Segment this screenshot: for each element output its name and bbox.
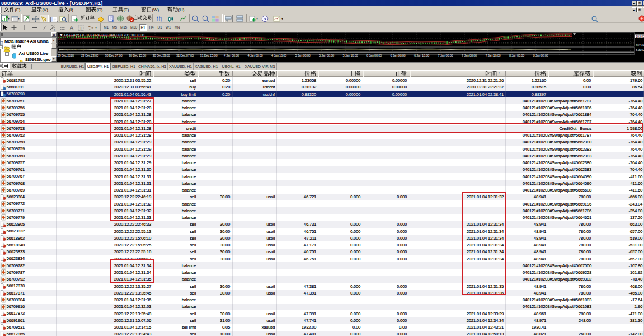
svg-text:8 Jan 08:00: 8 Jan 08:00 [533, 54, 548, 57]
svg-text:6 Jan 08:00: 6 Jan 08:00 [391, 54, 406, 57]
svg-text:4 Jan 00:00: 4 Jan 00:00 [224, 54, 239, 57]
svg-text:103.83: 103.83 [636, 35, 644, 38]
svg-text:5 Jan 08:00: 5 Jan 08:00 [319, 54, 334, 57]
svg-text:6 Jan 16:00: 6 Jan 16:00 [414, 54, 429, 57]
svg-text:T: T [79, 26, 82, 31]
svg-text:A: A [70, 25, 73, 31]
svg-text:30 Dec 15:00: 30 Dec 15:00 [129, 54, 146, 57]
svg-text:5 Jan 00:00: 5 Jan 00:00 [295, 54, 311, 57]
svg-text:7 Jan 00:00: 7 Jan 00:00 [438, 54, 453, 57]
svg-text:▼ USDJPY,H1 103.821 103.848 10: ▼ USDJPY,H1 103.821 103.848 103.781 103.… [59, 33, 145, 37]
svg-text:31 Dec 15:00: 31 Dec 15:00 [200, 54, 218, 57]
svg-text:31 Dec 07:00: 31 Dec 07:00 [176, 54, 194, 57]
svg-text:6 Jan 00:00: 6 Jan 00:00 [366, 54, 382, 57]
svg-text:f: f [54, 28, 55, 31]
svg-text:4 Jan 08:00: 4 Jan 08:00 [248, 54, 263, 57]
svg-text:7 Jan 08:00: 7 Jan 08:00 [462, 54, 477, 57]
svg-text:5 Jan 16:00: 5 Jan 16:00 [343, 54, 358, 57]
svg-text:29 Dec 23:00: 29 Dec 23:00 [81, 54, 98, 57]
svg-text:8 Jan 00:00: 8 Jan 00:00 [509, 54, 524, 57]
svg-text:30 Dec 23:00: 30 Dec 23:00 [153, 54, 170, 57]
svg-text:29 Dec 2020: 29 Dec 2020 [58, 54, 74, 57]
svg-text:30 Dec 07:00: 30 Dec 07:00 [105, 54, 123, 57]
svg-text:8.3192: 8.3192 [636, 48, 644, 52]
svg-text:4 Jan 16:00: 4 Jan 16:00 [271, 54, 286, 57]
svg-text:7 Jan 16:00: 7 Jan 16:00 [486, 54, 501, 57]
svg-text:102.64: 102.64 [636, 44, 644, 47]
